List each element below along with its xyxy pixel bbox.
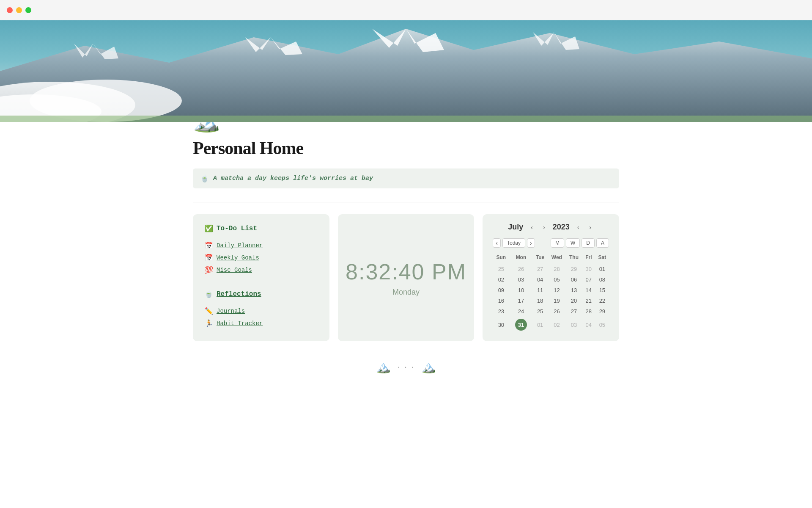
- calendar-view-day[interactable]: D: [582, 238, 595, 248]
- close-button[interactable]: [7, 7, 13, 13]
- reflections-icon: 🍵: [205, 290, 213, 298]
- misc-goals-label: Misc Goals: [217, 267, 252, 273]
- titlebar: [0, 0, 812, 20]
- cal-day[interactable]: 23: [493, 306, 509, 317]
- misc-goals-item[interactable]: 💯 Misc Goals: [205, 264, 318, 276]
- cal-header-sun: Sun: [493, 253, 509, 264]
- cal-day[interactable]: 04: [582, 317, 595, 333]
- calendar-view-month[interactable]: M: [551, 238, 564, 248]
- journals-item[interactable]: ✏️ Journals: [205, 305, 318, 317]
- calendar-card: July ‹ › 2023 ‹ › ‹ Today › M W D A: [483, 214, 619, 341]
- cal-week-4: 16 17 18 19 20 21 22: [493, 295, 609, 306]
- cal-day[interactable]: 02: [493, 274, 509, 285]
- cal-day[interactable]: 29: [595, 306, 609, 317]
- cal-week-3: 09 10 11 12 13 14 15: [493, 285, 609, 295]
- cal-day[interactable]: 12: [548, 285, 566, 295]
- cal-header-tue: Tue: [533, 253, 548, 264]
- maximize-button[interactable]: [25, 7, 31, 13]
- calendar-month: July: [508, 223, 523, 232]
- main-cards-grid: ✅ To-Do List 📅 Daily Planner 📅 Weekly Go…: [193, 214, 619, 341]
- todo-divider: [205, 283, 318, 283]
- cal-day[interactable]: 17: [509, 295, 532, 306]
- cal-day[interactable]: 26: [509, 264, 532, 274]
- cal-day[interactable]: 30: [493, 317, 509, 333]
- cal-day[interactable]: 10: [509, 285, 532, 295]
- journals-emoji: ✏️: [205, 307, 213, 315]
- bottom-icon-left: 🏔️: [376, 360, 391, 374]
- hero-image: [0, 20, 812, 122]
- cal-day[interactable]: 27: [566, 306, 582, 317]
- cal-day[interactable]: 03: [566, 317, 582, 333]
- weekly-goals-emoji: 📅: [205, 254, 213, 262]
- bottom-section-label: · · ·: [398, 362, 415, 373]
- cal-day[interactable]: 20: [566, 295, 582, 306]
- svg-rect-9: [0, 116, 812, 122]
- cal-day[interactable]: 05: [595, 317, 609, 333]
- calendar-next-month[interactable]: ›: [540, 223, 548, 232]
- reflections-title: 🍵 Reflections: [205, 290, 318, 298]
- cal-header-sat: Sat: [595, 253, 609, 264]
- cal-header-fri: Fri: [582, 253, 595, 264]
- cal-day[interactable]: 11: [533, 285, 548, 295]
- cal-header-wed: Wed: [548, 253, 566, 264]
- cal-day[interactable]: 16: [493, 295, 509, 306]
- daily-planner-item[interactable]: 📅 Daily Planner: [205, 239, 318, 251]
- calendar-today-btn[interactable]: Today: [502, 238, 525, 248]
- todo-icon: ✅: [205, 224, 213, 232]
- cal-day[interactable]: 08: [595, 274, 609, 285]
- cal-day[interactable]: 03: [509, 274, 532, 285]
- cal-day[interactable]: 01: [595, 264, 609, 274]
- cal-day[interactable]: 07: [582, 274, 595, 285]
- bottom-section: 🏔️ · · · 🏔️: [193, 351, 619, 382]
- cal-day[interactable]: 29: [566, 264, 582, 274]
- quote-emoji: 🍵: [200, 174, 209, 182]
- cal-day[interactable]: 19: [548, 295, 566, 306]
- habit-tracker-label: Habit Tracker: [217, 320, 263, 327]
- cal-day[interactable]: 22: [595, 295, 609, 306]
- cal-day[interactable]: 30: [582, 264, 595, 274]
- clock-time: 8:32:40 PM: [346, 259, 466, 284]
- cal-day[interactable]: 27: [533, 264, 548, 274]
- calendar-nav-next[interactable]: ›: [527, 238, 535, 248]
- calendar-prev-month[interactable]: ‹: [528, 223, 535, 232]
- cal-day[interactable]: 01: [533, 317, 548, 333]
- cal-day[interactable]: 26: [548, 306, 566, 317]
- cal-day[interactable]: 02: [548, 317, 566, 333]
- cal-day[interactable]: 13: [566, 285, 582, 295]
- cal-week-5: 23 24 25 26 27 28 29: [493, 306, 609, 317]
- daily-planner-emoji: 📅: [205, 241, 213, 249]
- cal-day[interactable]: 25: [493, 264, 509, 274]
- calendar-grid: Sun Mon Tue Wed Thu Fri Sat 25 26 27 28: [493, 253, 609, 333]
- cal-day[interactable]: 06: [566, 274, 582, 285]
- cal-day[interactable]: 28: [548, 264, 566, 274]
- quote-block: 🍵 A matcha a day keeps life's worries at…: [193, 168, 619, 188]
- calendar-next-year[interactable]: ›: [587, 223, 594, 232]
- cal-day[interactable]: 25: [533, 306, 548, 317]
- cal-day[interactable]: 09: [493, 285, 509, 295]
- weekly-goals-item[interactable]: 📅 Weekly Goals: [205, 251, 318, 264]
- calendar-view-agenda[interactable]: A: [596, 238, 609, 248]
- cal-day[interactable]: 18: [533, 295, 548, 306]
- clock-day: Monday: [392, 288, 420, 297]
- calendar-controls: ‹ Today › M W D A: [493, 238, 609, 248]
- calendar-prev-year[interactable]: ‹: [575, 223, 582, 232]
- calendar-nav-prev[interactable]: ‹: [493, 238, 501, 248]
- reflections-title-text: Reflections: [217, 290, 261, 298]
- cal-day[interactable]: 14: [582, 285, 595, 295]
- calendar-view-week[interactable]: W: [566, 238, 580, 248]
- cal-day[interactable]: 05: [548, 274, 566, 285]
- cal-day[interactable]: 15: [595, 285, 609, 295]
- page-content: 🏔️ Personal Home 🍵 A matcha a day keeps …: [152, 109, 660, 382]
- cal-day[interactable]: 24: [509, 306, 532, 317]
- calendar-header: July ‹ › 2023 ‹ ›: [493, 223, 609, 232]
- cal-day[interactable]: 28: [582, 306, 595, 317]
- misc-goals-emoji: 💯: [205, 266, 213, 274]
- cal-header-thu: Thu: [566, 253, 582, 264]
- cal-today[interactable]: 31: [509, 317, 532, 333]
- cal-day[interactable]: 21: [582, 295, 595, 306]
- page-title: Personal Home: [193, 138, 619, 158]
- cal-week-2: 02 03 04 05 06 07 08: [493, 274, 609, 285]
- habit-tracker-item[interactable]: 🏃 Habit Tracker: [205, 317, 318, 329]
- cal-day[interactable]: 04: [533, 274, 548, 285]
- minimize-button[interactable]: [16, 7, 22, 13]
